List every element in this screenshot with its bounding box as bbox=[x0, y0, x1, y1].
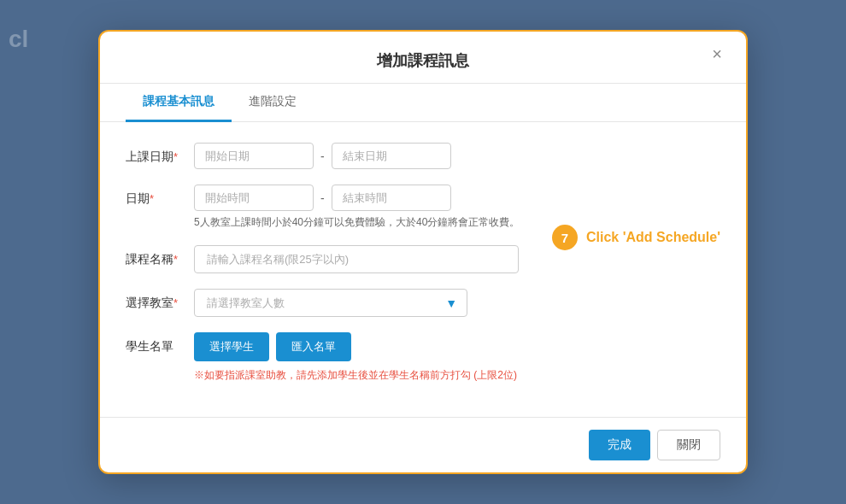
date-row: 上課日期* - bbox=[126, 143, 720, 169]
start-date-input[interactable] bbox=[194, 143, 314, 169]
student-list-label: 學生名單 bbox=[126, 332, 194, 355]
student-list-row: 學生名單 選擇學生 匯入名單 ※如要指派課室助教，請先添加學生後並在學生名稱前方… bbox=[126, 332, 720, 383]
date-dash: - bbox=[319, 149, 326, 163]
course-name-label: 課程名稱* bbox=[126, 245, 194, 267]
classroom-controls: 請選擇教室人數 ▼ bbox=[194, 289, 720, 317]
import-list-button[interactable]: 匯入名單 bbox=[276, 332, 351, 361]
annotation-text: Click 'Add Schedule' bbox=[586, 230, 720, 245]
end-time-input[interactable] bbox=[332, 185, 451, 211]
classroom-row: 選擇教室* 請選擇教室人數 ▼ bbox=[126, 289, 720, 317]
tabs-bar: 課程基本訊息 進階設定 bbox=[100, 84, 746, 122]
date-controls: - bbox=[194, 143, 720, 169]
modal-title: 增加課程訊息 bbox=[377, 50, 469, 83]
modal-close-button[interactable]: × bbox=[705, 42, 729, 66]
modal-dialog: 增加課程訊息 × 課程基本訊息 進階設定 上課日期* - 日期* bbox=[98, 30, 748, 474]
classroom-label: 選擇教室* bbox=[126, 289, 194, 311]
close-footer-button[interactable]: 關閉 bbox=[657, 430, 720, 460]
start-time-input[interactable] bbox=[194, 185, 314, 211]
course-name-input[interactable] bbox=[194, 245, 519, 273]
classroom-select-wrapper: 請選擇教室人數 ▼ bbox=[194, 289, 467, 317]
select-student-button[interactable]: 選擇學生 bbox=[194, 332, 269, 361]
time-controls: - 5人教室上課時間小於40分鐘可以免費體驗，大於40分鐘將會正常收費。 bbox=[194, 185, 720, 230]
annotation: 7 Click 'Add Schedule' bbox=[552, 225, 720, 250]
end-date-input[interactable] bbox=[332, 143, 451, 169]
student-buttons: 選擇學生 匯入名單 bbox=[194, 332, 720, 361]
tab-advanced-settings[interactable]: 進階設定 bbox=[232, 84, 314, 122]
done-button[interactable]: 完成 bbox=[589, 430, 650, 460]
student-list-controls: 選擇學生 匯入名單 ※如要指派課室助教，請先添加學生後並在學生名稱前方打勾 (上… bbox=[194, 332, 720, 383]
date-label: 上課日期* bbox=[126, 143, 194, 165]
classroom-select[interactable]: 請選擇教室人數 bbox=[194, 289, 467, 317]
student-warning: ※如要指派課室助教，請先添加學生後並在學生名稱前方打勾 (上限2位) bbox=[194, 368, 720, 383]
annotation-number: 7 bbox=[552, 225, 578, 250]
time-dash: - bbox=[319, 191, 326, 205]
time-label: 日期* bbox=[126, 185, 194, 207]
tab-basic-info[interactable]: 課程基本訊息 bbox=[126, 84, 232, 122]
modal-footer: 完成 關閉 bbox=[100, 417, 746, 472]
time-row: 日期* - 5人教室上課時間小於40分鐘可以免費體驗，大於40分鐘將會正常收費。 bbox=[126, 185, 720, 230]
modal-body: 上課日期* - 日期* - 5人教室上課時間小於40 bbox=[100, 122, 746, 417]
time-inputs: - bbox=[194, 185, 720, 211]
date-inputs: - bbox=[194, 143, 720, 169]
modal-header: 增加課程訊息 × bbox=[100, 32, 746, 84]
